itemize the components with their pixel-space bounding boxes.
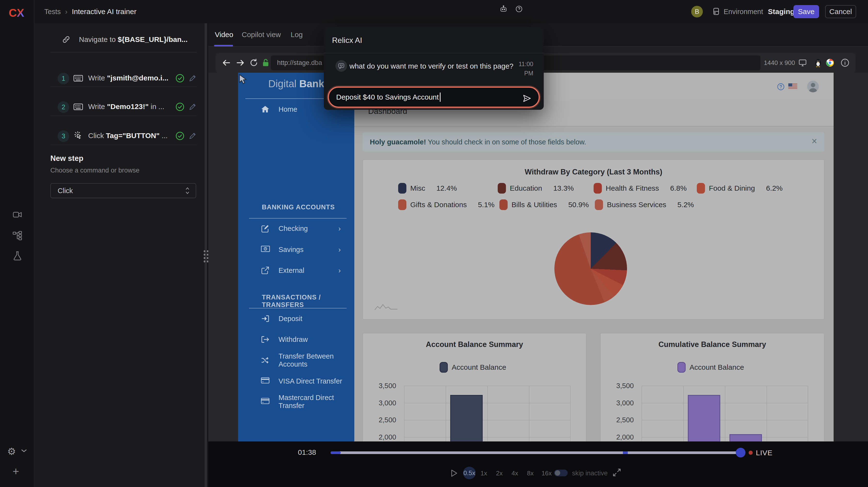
environment-value[interactable]: Staging — [768, 7, 795, 16]
edit-pencil-icon[interactable] — [188, 74, 197, 82]
play-icon[interactable] — [451, 469, 458, 477]
nav-section-banking: BANKING ACCOUNTS — [262, 204, 335, 211]
legend-item[interactable]: Misc12.4% — [398, 183, 457, 193]
linux-penguin-icon — [814, 58, 822, 67]
new-step-subtitle: Choose a command or browse — [51, 167, 140, 174]
nav-item-external[interactable]: External › — [238, 264, 354, 277]
alert-close-icon[interactable]: × — [812, 136, 817, 147]
nav-item-transfer-between[interactable]: Transfer Between Accounts — [238, 354, 354, 367]
info-icon[interactable] — [840, 58, 849, 67]
sign-out-icon — [261, 335, 270, 344]
legend-item[interactable]: Education13.3% — [498, 183, 574, 193]
nav-item-mastercard-transfer[interactable]: Mastercard Direct Transfer — [238, 395, 354, 408]
live-label[interactable]: LIVE — [756, 449, 773, 457]
assistant-message: what do you want me to verify or test on… — [349, 62, 514, 70]
timeline-knob[interactable] — [736, 448, 745, 457]
left-rail: CX ⚙ + — [0, 0, 34, 487]
nav-item-checking[interactable]: Checking › — [238, 222, 354, 235]
legend-item[interactable]: Food & Dining6.2% — [697, 183, 783, 193]
divider — [51, 116, 197, 116]
add-button[interactable]: + — [12, 465, 19, 478]
keyboard-icon — [73, 103, 83, 111]
breadcrumb-current: Interactive AI trainer — [72, 7, 136, 16]
monitor-icon[interactable] — [798, 58, 807, 67]
legend-item[interactable]: Account Balance — [677, 362, 744, 373]
cursor-click-icon — [74, 131, 83, 140]
bank-sidebar: Digital Bank Home BANKING ACCOUNTS Check… — [238, 73, 354, 442]
chevron-down-icon[interactable] — [21, 449, 27, 453]
legend-item[interactable]: Gifts & Donations5.1% — [398, 200, 495, 210]
step-row-2[interactable]: 2 Write "Demo123!" in ... — [34, 94, 206, 120]
money-bill-icon — [261, 245, 270, 254]
cancel-button[interactable]: Cancel — [825, 5, 856, 18]
speed-1x-button[interactable]: 1x — [480, 469, 487, 477]
edit-pencil-icon[interactable] — [188, 103, 197, 111]
cx-logo[interactable]: CX — [9, 6, 24, 20]
relicx-input[interactable]: Deposit $40 to Savings Account — [328, 87, 540, 108]
legend-swatch — [697, 183, 705, 193]
bank-content: Dashboard Holy guacamole! You should che… — [354, 100, 834, 442]
legend-item[interactable]: Health & Fitness6.8% — [594, 183, 687, 193]
pie-chart-card: Withdraw By Category (Last 3 Months) Mis… — [363, 159, 825, 319]
nav-item-deposit[interactable]: Deposit — [238, 312, 354, 325]
reload-icon[interactable] — [249, 58, 258, 67]
message-time: 11:00 — [519, 61, 533, 68]
step-number-badge: 2 — [58, 101, 69, 113]
divider — [324, 53, 544, 53]
edit-pencil-icon[interactable] — [188, 132, 197, 140]
legend-swatch — [499, 200, 507, 210]
settings-gear-icon[interactable]: ⚙ — [7, 446, 16, 457]
step-navigate[interactable]: Navigate to ${BASE_URL}/ban... — [62, 27, 188, 52]
user-avatar[interactable]: B — [691, 6, 703, 18]
send-icon[interactable] — [522, 93, 532, 103]
live-dot — [749, 451, 753, 455]
bar-chart-title: Cumulative Balance Summary — [600, 340, 824, 349]
step-row-3[interactable]: 3 Click Tag="BUTTON" ... — [34, 124, 206, 149]
legend-item[interactable]: Account Balance — [440, 362, 506, 373]
back-icon[interactable] — [222, 58, 231, 67]
legend-swatch — [498, 183, 506, 193]
nav-item-savings[interactable]: Savings › — [238, 243, 354, 256]
tab-video[interactable]: Video — [215, 23, 233, 46]
sitemap-icon[interactable] — [12, 230, 23, 241]
speed-8x-button[interactable]: 8x — [527, 469, 533, 477]
step-row-1[interactable]: 1 Write "jsmith@demo.i... — [34, 66, 206, 91]
alert-text: Holy guacamole! You should check in on s… — [370, 138, 586, 146]
speed-0-5x-button[interactable]: 0.5x — [463, 467, 476, 479]
us-flag-icon[interactable] — [788, 83, 797, 90]
bar-plot — [642, 386, 808, 442]
help-icon[interactable] — [516, 5, 523, 12]
speed-4x-button[interactable]: 4x — [512, 469, 518, 477]
nav-section-transactions: TRANSACTIONS / TRANSFERS — [262, 294, 354, 309]
check-circle-icon — [175, 102, 185, 112]
nav-item-withdraw[interactable]: Withdraw — [238, 333, 354, 346]
divider — [51, 52, 197, 53]
tab-log[interactable]: Log — [290, 23, 303, 46]
nav-item-visa-transfer[interactable]: VISA Direct Transfer — [238, 375, 354, 388]
skip-inactive-toggle[interactable] — [554, 469, 568, 476]
shuffle-icon — [261, 356, 270, 365]
tab-copilot-view[interactable]: Copilot view — [242, 23, 281, 46]
timeline-marker[interactable] — [623, 451, 628, 454]
legend-swatch — [677, 362, 686, 373]
robot-icon[interactable] — [500, 5, 507, 12]
speed-2x-button[interactable]: 2x — [496, 469, 502, 477]
recordings-icon[interactable] — [12, 209, 23, 220]
breadcrumb-tests[interactable]: Tests — [44, 8, 61, 16]
sign-in-icon — [261, 314, 270, 323]
avatar-initial: B — [695, 8, 699, 16]
command-select[interactable]: Click — [51, 183, 196, 198]
bank-user-avatar[interactable] — [807, 81, 819, 92]
video-viewport: Digital Bank Home BANKING ACCOUNTS Check… — [208, 73, 868, 442]
fullscreen-icon[interactable] — [613, 468, 621, 477]
nav-label: Deposit — [279, 315, 302, 323]
speed-16x-button[interactable]: 16x — [541, 469, 552, 477]
legend-item[interactable]: Bills & Utilities50.9% — [499, 200, 589, 210]
legend-item[interactable]: Business Services5.2% — [595, 200, 694, 210]
experiments-flask-icon[interactable] — [12, 250, 23, 261]
viewport-resolution: 1440 x 900 — [764, 59, 795, 67]
forward-icon[interactable] — [236, 58, 245, 67]
timeline-track[interactable] — [331, 451, 745, 454]
bank-help-icon[interactable] — [777, 83, 785, 91]
save-button[interactable]: Save — [794, 5, 819, 18]
